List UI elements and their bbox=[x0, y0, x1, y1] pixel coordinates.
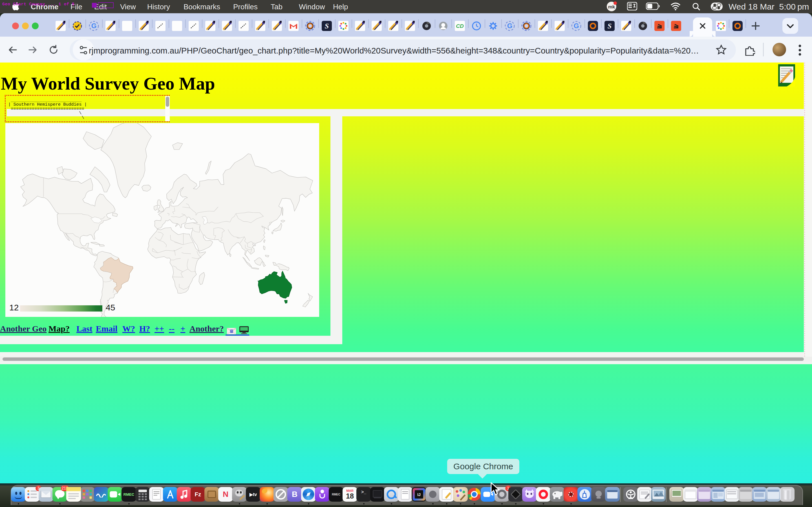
svg-text:G: G bbox=[507, 22, 513, 30]
svg-text:G: G bbox=[91, 22, 97, 30]
svg-text:S: S bbox=[325, 22, 329, 30]
svg-text:CD: CD bbox=[456, 23, 464, 29]
svg-text:S: S bbox=[608, 22, 612, 30]
svg-text:G: G bbox=[574, 22, 579, 30]
svg-text:mk: mk bbox=[608, 4, 615, 10]
